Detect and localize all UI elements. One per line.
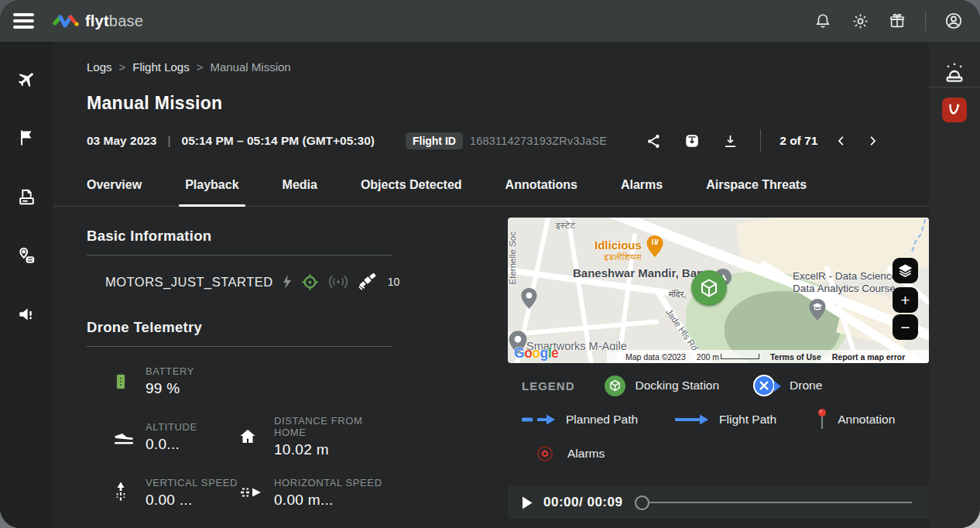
telemetry-row-altitude-distance: ALTITUDE 0.0... DISTANCE FROM HOME 10.02…	[87, 415, 392, 458]
notifications-bell-icon[interactable]	[814, 12, 832, 30]
pagination-divider	[760, 129, 761, 153]
app-window: flytbase	[0, 0, 980, 528]
flight-date: 03 May 2023	[87, 134, 157, 148]
next-flight-chevron-right-icon[interactable]	[865, 134, 879, 148]
flight-meta-row: 03 May 2023 | 05:14 PM – 05:14 PM (GMT+0…	[87, 127, 929, 155]
breadcrumb-separator: >	[197, 60, 204, 74]
tab-annotations[interactable]: Annotations	[505, 164, 577, 206]
flytbase-logo[interactable]: flytbase	[53, 12, 143, 30]
zoom-out-label: −	[900, 318, 910, 337]
map-zoom-in-button[interactable]: +	[893, 287, 918, 313]
tab-playback[interactable]: Playback	[185, 164, 238, 206]
sidebar-item-missions-flag-icon[interactable]	[15, 127, 37, 149]
tab-media[interactable]: Media	[283, 164, 317, 206]
battery-label: BATTERY	[146, 365, 238, 377]
play-button[interactable]	[522, 496, 533, 509]
share-icon[interactable]	[646, 133, 662, 149]
main-content: Logs > Flight Logs > Manual Mission Manu…	[53, 42, 929, 528]
logo-text-flyt: flyt	[85, 12, 109, 29]
gift-icon[interactable]	[888, 12, 906, 30]
logo-text-base: base	[109, 12, 143, 29]
flytbase-logo-icon	[53, 12, 81, 30]
gps-lock-target-icon	[301, 273, 319, 291]
telemetry-row-battery: BATTERY 99 %	[87, 361, 392, 401]
tab-alarms[interactable]: Alarms	[621, 164, 663, 206]
battery-icon	[113, 371, 146, 391]
basic-information-heading: Basic Information	[87, 228, 392, 245]
playback-slider-knob[interactable]	[635, 495, 649, 510]
playback-time: 00:00/ 00:09	[543, 495, 622, 510]
map-scale-bar	[721, 354, 759, 359]
altitude-label: ALTITUDE	[146, 421, 238, 433]
sidebar-item-sites-map-pin-icon[interactable]	[15, 245, 37, 266]
map-report-error-link[interactable]: Report a map error	[832, 352, 906, 362]
previous-flight-chevron-left-icon[interactable]	[834, 134, 848, 148]
legend-alarms-icon	[536, 444, 554, 463]
section-divider	[87, 346, 392, 347]
sidebar-item-announcements-speaker-icon[interactable]	[15, 303, 37, 325]
profile-avatar-icon[interactable]	[944, 12, 963, 30]
legend-annotation-icon	[817, 408, 828, 431]
flight-id-value: 1683114273193ZRv3JaSE	[470, 135, 607, 147]
map-layers-button[interactable]	[893, 258, 918, 283]
breadcrumb-flight-logs[interactable]: Flight Logs	[132, 60, 189, 74]
legend-annotation-label: Annotation	[838, 413, 895, 427]
satellite-count: 10	[388, 276, 400, 288]
tab-overview[interactable]: Overview	[87, 164, 142, 206]
download-icon[interactable]	[722, 133, 738, 149]
horizontal-speed-icon	[238, 485, 274, 500]
legend-docking-station-label: Docking Station	[636, 379, 720, 393]
map-zoom-out-button[interactable]: −	[893, 314, 918, 340]
horizontal-speed-label: HORIZONTAL SPEED	[274, 477, 392, 489]
altitude-plane-landing-icon	[113, 427, 146, 447]
sidebar-item-flights-plane-icon[interactable]	[15, 68, 37, 90]
hamburger-menu-icon[interactable]	[13, 13, 34, 29]
breadcrumb: Logs > Flight Logs > Manual Mission	[87, 60, 291, 74]
tab-bar: Overview Playback Media Objects Detected…	[53, 164, 929, 207]
map-label-excelr-line2: Data Analytics Course	[793, 283, 896, 294]
pagination-count: 2 of 71	[780, 134, 817, 148]
legend-drone-icon	[753, 375, 775, 396]
tab-airspace-threats[interactable]: Airspace Threats	[706, 164, 807, 206]
alarm-siren-icon[interactable]	[942, 60, 967, 85]
map-label-eternelle: Eternelle Soc	[508, 231, 517, 284]
playback-slider[interactable]	[635, 495, 912, 510]
section-divider	[87, 255, 392, 255]
drone-telemetry-heading: Drone Telemetry	[87, 319, 392, 336]
tab-objects-detected[interactable]: Objects Detected	[361, 164, 462, 206]
distance-from-home-label: DISTANCE FROM HOME	[274, 415, 392, 438]
legend-planned-path-icon	[522, 413, 556, 426]
map-label-idlicious: Idlicious	[595, 238, 642, 252]
map-terms-link[interactable]: Terms of Use	[770, 352, 821, 362]
breadcrumb-logs[interactable]: Logs	[87, 60, 112, 74]
map-label-idlicious-hindi: इडलीशियस	[604, 252, 642, 262]
distance-from-home-value: 10.02 m	[274, 441, 392, 458]
horizontal-speed-value: 0.00 m...	[274, 492, 392, 509]
map-legend: LEGEND Docking Station	[508, 369, 929, 471]
page-title: Manual Mission	[87, 93, 222, 114]
settings-gear-icon[interactable]	[851, 12, 869, 30]
docking-station-marker[interactable]	[691, 270, 727, 306]
map-label-mandir: मंदिर,	[669, 290, 687, 300]
telemetry-row-speeds: VERTICAL SPEED 0.00 ... HORIZONTAL SPEED…	[87, 472, 392, 513]
google-logo[interactable]: Google	[514, 345, 558, 362]
map-view[interactable]: इस्टेट Eternelle Soc Idlicious इडलीशियस …	[508, 218, 929, 363]
topbar-divider	[925, 11, 926, 31]
left-panel: Basic Information MOTORS_JUST_STARTED	[87, 228, 392, 513]
restaurant-pin-icon	[646, 235, 664, 258]
map-attribution: Map data ©2023 200 m Terms of Use Report…	[607, 350, 929, 363]
battery-value: 99 %	[146, 380, 238, 397]
home-icon	[238, 427, 274, 446]
legend-flight-path-icon	[673, 413, 709, 426]
rail-divider	[929, 87, 980, 87]
integration-uv-badge-icon[interactable]	[942, 98, 967, 122]
archive-save-icon[interactable]	[684, 132, 701, 149]
flight-id-label: Flight ID	[406, 132, 463, 149]
poi-pin-icon	[520, 287, 538, 310]
sidebar-item-logs-icon[interactable]	[15, 186, 37, 207]
education-pin-icon	[808, 298, 827, 321]
legend-drone-label: Drone	[790, 379, 822, 393]
flight-time-range: 05:14 PM – 05:14 PM (GMT+05:30)	[182, 134, 375, 148]
playback-slider-track[interactable]	[649, 502, 912, 503]
lightning-icon	[282, 275, 293, 289]
